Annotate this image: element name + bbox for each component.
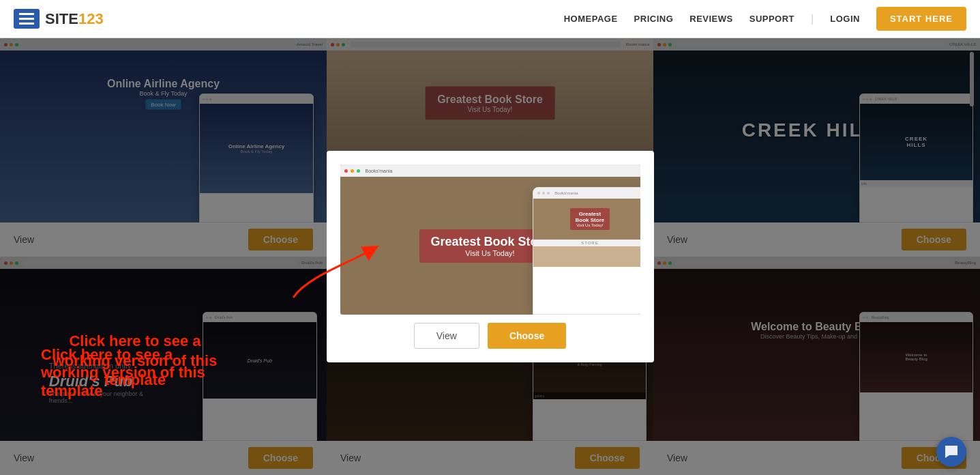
template-modal: Books'mania Greatest Book Store Visit Us… xyxy=(327,151,654,362)
nav-login[interactable]: LOGIN xyxy=(830,14,860,24)
menu-button[interactable] xyxy=(14,9,40,29)
modal-mobile-dot xyxy=(542,192,545,195)
header: SITE123 HOMEPAGE PRICING REVIEWS SUPPORT… xyxy=(0,0,980,38)
nav-reviews[interactable]: REVIEWS xyxy=(689,14,732,24)
modal-browser-title: Books'mania xyxy=(366,169,393,173)
chat-icon xyxy=(944,444,959,459)
modal-browser-dot-green xyxy=(357,169,360,173)
modal-mobile-store-bar: STORE xyxy=(533,240,640,246)
modal-choose-button[interactable]: Choose xyxy=(488,323,566,349)
chat-bubble[interactable] xyxy=(936,437,966,467)
nav-pricing[interactable]: PRICING xyxy=(634,14,674,24)
modal-book-title: Greatest Book Store xyxy=(430,235,549,249)
modal-mobile-title: Books'mania xyxy=(554,191,578,195)
modal-book-subtitle: Visit Us Today! xyxy=(430,249,549,257)
modal-mobile-book-title: GreatestBook Store xyxy=(576,211,605,223)
modal-browser-dot-red xyxy=(344,169,348,173)
modal-view-button[interactable]: View xyxy=(414,323,479,349)
modal-mobile-books-bg: GreatestBook Store Visit Us Today! xyxy=(533,199,640,240)
modal-preview: Books'mania Greatest Book Store Visit Us… xyxy=(340,164,640,315)
nav-support[interactable]: SUPPORT xyxy=(749,14,795,24)
modal-mobile-book-sub: Visit Us Today! xyxy=(576,223,605,227)
nav-separator: | xyxy=(811,13,814,25)
modal-mobile-header: Books'mania xyxy=(533,188,640,199)
nav-homepage[interactable]: HOMEPAGE xyxy=(564,14,618,24)
modal-mobile-mockup: Books'mania GreatestBook Store Visit Us … xyxy=(533,187,640,315)
modal-mobile-dot xyxy=(537,192,540,195)
modal-browser-bar: Books'mania xyxy=(340,164,640,177)
logo-area: SITE123 xyxy=(14,9,104,29)
modal-mobile-dot xyxy=(547,192,550,195)
start-button[interactable]: START HERE xyxy=(876,7,966,31)
modal-overlay: Books'mania Greatest Book Store Visit Us… xyxy=(0,38,980,475)
site-logo: SITE123 xyxy=(45,10,104,28)
modal-mobile-bookstore: GreatestBook Store Visit Us Today! xyxy=(570,208,610,230)
hamburger-icon xyxy=(19,13,34,25)
modal-mobile-img-row xyxy=(533,246,640,267)
main-nav: HOMEPAGE PRICING REVIEWS SUPPORT | LOGIN… xyxy=(564,7,966,31)
main-content: Amould Travel Online Airline Agency Book… xyxy=(0,38,980,475)
logo-accent: 123 xyxy=(78,10,104,27)
modal-browser-dot-yellow xyxy=(351,169,354,173)
modal-actions: View Choose xyxy=(340,323,640,349)
